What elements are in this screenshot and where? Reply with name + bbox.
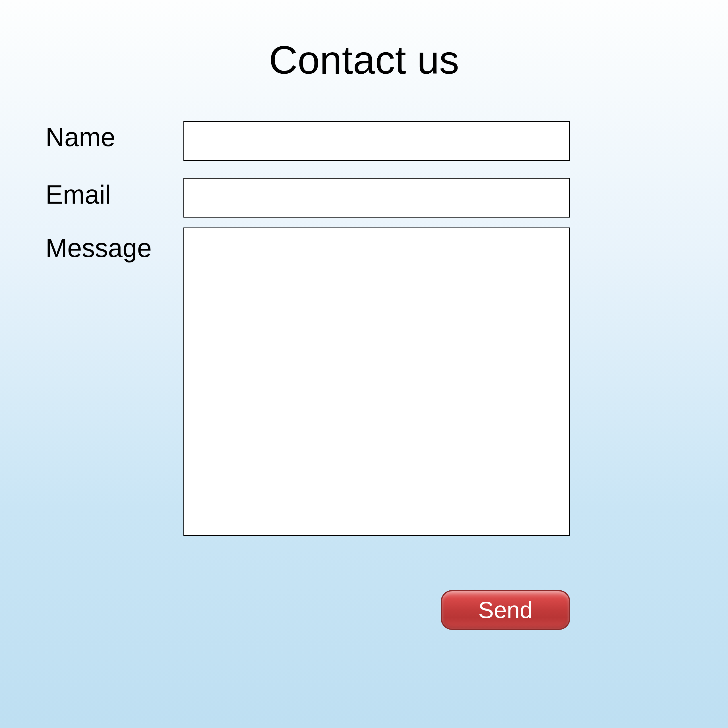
message-input[interactable] <box>184 228 570 536</box>
email-row: Email <box>0 180 136 210</box>
form-title: Contact us <box>0 37 728 83</box>
name-label: Name <box>0 122 136 152</box>
name-row: Name <box>0 122 136 152</box>
email-input[interactable] <box>184 178 570 217</box>
message-row: Message <box>0 233 136 263</box>
email-label: Email <box>0 180 136 210</box>
message-label: Message <box>0 233 136 263</box>
name-input[interactable] <box>184 121 570 161</box>
send-button[interactable]: Send <box>441 590 570 630</box>
